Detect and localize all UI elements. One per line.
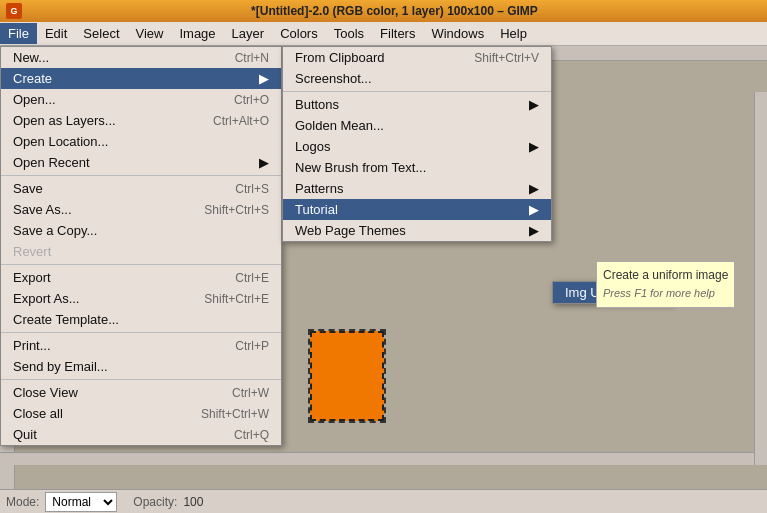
file-create-template[interactable]: Create Template... [1, 309, 281, 330]
tooltip: Create a uniform image Press F1 for more… [596, 261, 735, 308]
title-text: *[Untitled]-2.0 (RGB color, 1 layer) 100… [28, 4, 761, 18]
create-patterns[interactable]: Patterns ▶ [283, 178, 551, 199]
menubar: File Edit Select View Image Layer Colors… [0, 22, 767, 46]
file-quit[interactable]: Quit Ctrl+Q [1, 424, 281, 445]
create-buttons[interactable]: Buttons ▶ [283, 94, 551, 115]
create-tutorial[interactable]: Tutorial ▶ [283, 199, 551, 220]
file-close-view[interactable]: Close View Ctrl+W [1, 382, 281, 403]
app-icon: G [6, 3, 22, 19]
create-from-clipboard[interactable]: From Clipboard Shift+Ctrl+V [283, 47, 551, 68]
opacity-label: Opacity: [133, 495, 177, 509]
create-sep-1 [283, 91, 551, 92]
file-print[interactable]: Print... Ctrl+P [1, 335, 281, 356]
file-new[interactable]: New... Ctrl+N [1, 47, 281, 68]
separator-1 [1, 175, 281, 176]
create-menu-dropdown: From Clipboard Shift+Ctrl+V Screenshot..… [282, 46, 552, 242]
titlebar: G *[Untitled]-2.0 (RGB color, 1 layer) 1… [0, 0, 767, 22]
file-open-recent[interactable]: Open Recent ▶ [1, 152, 281, 173]
file-revert: Revert [1, 241, 281, 262]
menu-edit[interactable]: Edit [37, 23, 75, 44]
statusbar: Mode: Normal Dissolve Multiply Screen Op… [0, 489, 767, 513]
separator-3 [1, 332, 281, 333]
file-open[interactable]: Open... Ctrl+O [1, 89, 281, 110]
vertical-scrollbar[interactable] [754, 92, 767, 465]
create-screenshot[interactable]: Screenshot... [283, 68, 551, 89]
horizontal-scrollbar[interactable] [0, 452, 754, 465]
menu-tools[interactable]: Tools [326, 23, 372, 44]
file-open-location[interactable]: Open Location... [1, 131, 281, 152]
menu-layer[interactable]: Layer [224, 23, 273, 44]
menu-colors[interactable]: Colors [272, 23, 326, 44]
file-create[interactable]: Create ▶ [1, 68, 281, 89]
opacity-value: 100 [183, 495, 203, 509]
create-web-page-themes[interactable]: Web Page Themes ▶ [283, 220, 551, 241]
file-save-as[interactable]: Save As... Shift+Ctrl+S [1, 199, 281, 220]
file-save[interactable]: Save Ctrl+S [1, 178, 281, 199]
separator-4 [1, 379, 281, 380]
mode-label: Mode: [6, 495, 39, 509]
file-menu-dropdown: New... Ctrl+N Create ▶ Open... Ctrl+O Op… [0, 46, 282, 446]
create-logos[interactable]: Logos ▶ [283, 136, 551, 157]
menu-image[interactable]: Image [171, 23, 223, 44]
menu-windows[interactable]: Windows [423, 23, 492, 44]
file-export-as[interactable]: Export As... Shift+Ctrl+E [1, 288, 281, 309]
file-export[interactable]: Export Ctrl+E [1, 267, 281, 288]
file-open-layers[interactable]: Open as Layers... Ctrl+Alt+O [1, 110, 281, 131]
canvas-object-rect [310, 331, 384, 421]
menu-filters[interactable]: Filters [372, 23, 423, 44]
create-golden-mean[interactable]: Golden Mean... [283, 115, 551, 136]
menu-help[interactable]: Help [492, 23, 535, 44]
mode-select[interactable]: Normal Dissolve Multiply Screen [45, 492, 117, 512]
menu-file[interactable]: File [0, 23, 37, 44]
file-close-all[interactable]: Close all Shift+Ctrl+W [1, 403, 281, 424]
tooltip-line1: Create a uniform image [603, 266, 728, 285]
tooltip-line2: Press F1 for more help [603, 285, 728, 303]
menu-select[interactable]: Select [75, 23, 127, 44]
separator-2 [1, 264, 281, 265]
create-new-brush[interactable]: New Brush from Text... [283, 157, 551, 178]
file-send-email[interactable]: Send by Email... [1, 356, 281, 377]
menu-view[interactable]: View [128, 23, 172, 44]
file-save-copy[interactable]: Save a Copy... [1, 220, 281, 241]
